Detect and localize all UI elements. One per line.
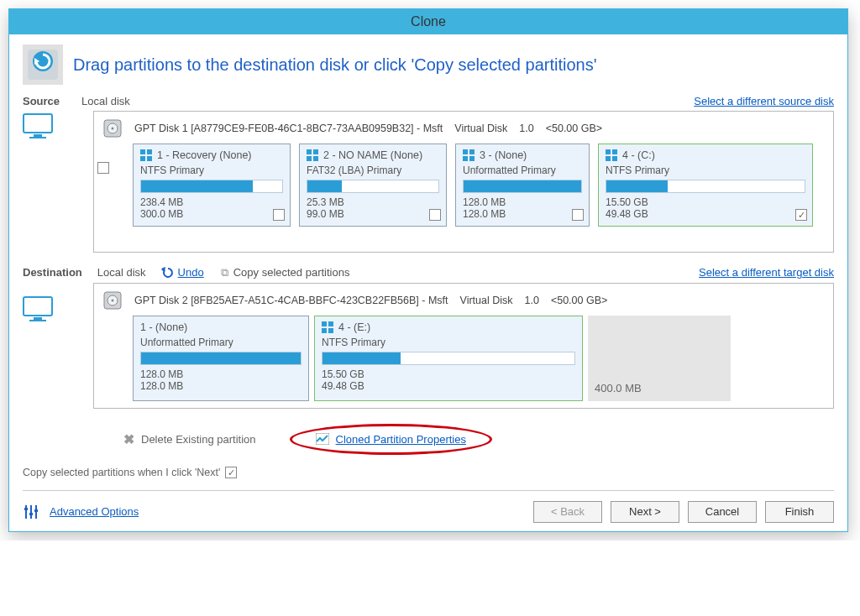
partition-sub: FAT32 (LBA) Primary [307,164,439,176]
clone-icon [23,44,63,85]
partition-title: 2 - NO NAME (None) [323,149,422,161]
highlight-ellipse: Cloned Partition Properties [290,424,492,455]
partition-checkbox[interactable] [429,209,441,221]
windows-icon [322,321,333,333]
svg-rect-21 [469,156,475,161]
usage-bar [307,180,439,193]
finish-button[interactable]: Finish [765,501,834,523]
copy-selected-button[interactable]: ⧉ Copy selected partitions [221,266,350,279]
dest-free-space[interactable]: 400.0 MB [588,316,731,401]
window-title: Clone [9,9,847,34]
copy-on-next-label: Copy selected partitions when I click 'N… [23,467,220,478]
partition-checkbox[interactable] [572,209,584,221]
partition-checkbox[interactable] [795,209,807,221]
cancel-button[interactable]: Cancel [688,501,757,523]
usage-bar [463,180,582,193]
separator [23,490,834,491]
source-disk-type: Local disk [81,95,130,107]
partition-title: 3 - (None) [480,149,527,161]
source-label: Source [23,95,73,107]
svg-rect-24 [606,156,611,161]
partition-total: 49.48 GB [322,380,575,392]
svg-point-9 [112,128,114,130]
partition-used: 128.0 MB [463,196,582,208]
cloned-partition-properties-link[interactable]: Cloned Partition Properties [336,433,466,446]
svg-rect-41 [24,508,28,510]
source-computer-icon [23,113,53,140]
source-partition-3[interactable]: 3 - (None) Unformatted Primary 128.0 MB … [455,144,590,227]
partition-used: 238.4 MB [140,196,283,208]
partition-checkbox[interactable] [273,209,285,221]
svg-rect-26 [24,297,52,316]
footer: Advanced Options < Back Next > Cancel Fi… [23,498,834,523]
partition-sub: Unformatted Primary [463,164,582,176]
select-different-target-link[interactable]: Select a different target disk [699,266,834,279]
source-disk-select-checkbox[interactable] [97,162,109,174]
header-text: Drag partitions to the destination disk … [73,55,597,75]
windows-icon [307,149,318,161]
svg-rect-36 [328,328,333,333]
source-disk-panel: GPT Disk 1 [A8779CE9-FE0B-46C1-8BC7-73AA… [93,111,834,253]
dest-partition-2[interactable]: 4 - (E:) NTFS Primary 15.50 GB 49.48 GB [314,316,583,401]
source-partition-2[interactable]: 2 - NO NAME (None) FAT32 (LBA) Primary 2… [299,144,447,227]
dest-label: Destination [23,266,82,279]
windows-icon [140,149,152,161]
partition-sub: NTFS Primary [322,337,575,348]
partition-used: 15.50 GB [606,196,805,208]
sliders-icon [23,504,39,520]
svg-rect-16 [307,156,312,161]
dest-computer-icon [23,296,53,323]
svg-rect-42 [29,513,33,515]
svg-rect-20 [463,156,468,161]
svg-point-32 [112,299,114,301]
partition-title: 4 - (E:) [338,321,370,333]
dest-partition-1[interactable]: 1 - (None) Unformatted Primary 128.0 MB … [133,316,309,401]
properties-icon [316,433,329,445]
source-partition-1[interactable]: 1 - Recovery (None) NTFS Primary 238.4 M… [133,144,291,227]
partition-total: 49.48 GB [606,208,805,220]
svg-rect-12 [140,156,145,161]
copy-on-next-row: Copy selected partitions when I click 'N… [23,467,831,478]
copy-on-next-checkbox[interactable] [225,467,237,478]
copy-selected-label: Copy selected partitions [233,266,350,279]
partition-total: 99.0 MB [307,208,439,220]
copy-icon: ⧉ [221,266,228,279]
dest-disk-panel: GPT Disk 2 [8FB25AE7-A51C-4CAB-BBFC-423C… [93,283,834,409]
svg-rect-37 [316,433,329,445]
svg-rect-43 [34,509,38,512]
partition-sub: NTFS Primary [140,164,283,176]
dest-actions: ✖ Delete Existing partition Cloned Parti… [123,424,834,455]
dest-disk-size: <50.00 GB> [551,295,607,306]
advanced-options-link[interactable]: Advanced Options [50,505,139,518]
next-button[interactable]: Next > [611,501,679,523]
source-disk-header: GPT Disk 1 [A8779CE9-FE0B-46C1-8BC7-73AA… [102,118,825,138]
svg-rect-28 [29,320,46,321]
undo-button[interactable]: Undo [161,266,204,279]
clone-window: Clone Drag partitions to the destination… [8,8,848,532]
svg-rect-34 [328,321,333,326]
svg-rect-5 [34,134,42,137]
source-disk-ver: 1.0 [519,123,533,134]
source-disk-size: <50.00 GB> [546,123,602,134]
partition-total: 128.0 MB [140,380,302,392]
partition-sub: Unformatted Primary [140,337,302,348]
partition-title: 1 - Recovery (None) [157,149,252,161]
partition-used: 15.50 GB [322,368,575,380]
select-different-source-link[interactable]: Select a different source disk [694,95,834,107]
svg-rect-25 [612,156,617,161]
svg-rect-35 [322,328,327,333]
usage-bar [140,352,302,365]
back-button[interactable]: < Back [533,501,602,523]
delete-label: Delete Existing partition [141,433,256,446]
dest-disk-kind: Virtual Disk [460,295,513,306]
windows-icon [463,149,475,161]
delete-partition-button[interactable]: ✖ Delete Existing partition [123,431,256,447]
source-partition-4[interactable]: 4 - (C:) NTFS Primary 15.50 GB 49.48 GB [598,144,813,227]
delete-icon: ✖ [123,431,134,447]
svg-rect-18 [463,149,468,154]
svg-rect-6 [29,137,46,138]
partition-title: 4 - (C:) [622,149,655,161]
usage-bar [322,352,575,365]
dest-disk-id: GPT Disk 2 [8FB25AE7-A51C-4CAB-BBFC-423C… [134,295,448,306]
source-disk-kind: Virtual Disk [454,123,507,134]
